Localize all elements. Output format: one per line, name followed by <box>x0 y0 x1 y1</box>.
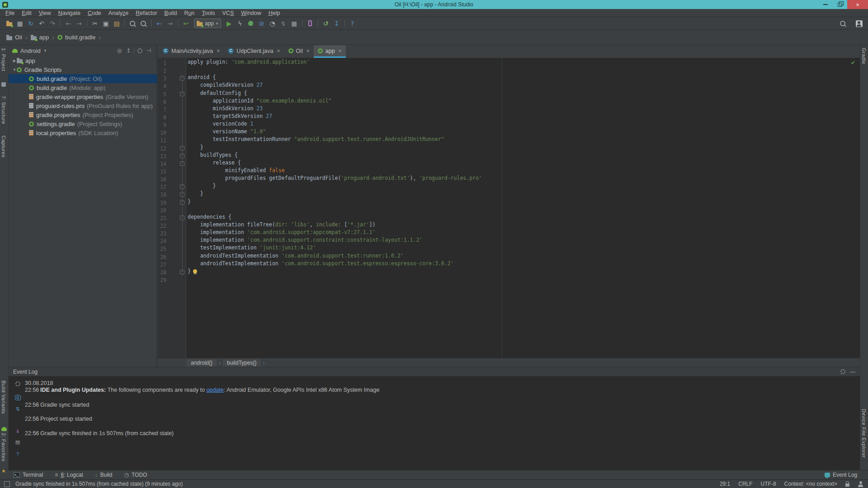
menu-run[interactable]: Run <box>180 10 198 16</box>
stop-icon[interactable]: ■ <box>289 19 300 28</box>
menu-build[interactable]: Build <box>161 10 181 16</box>
gradle-sync-icon[interactable]: ↺ <box>321 19 331 28</box>
coverage-icon[interactable]: ⊘ <box>256 19 267 28</box>
project-view-selector[interactable]: Android <box>20 47 41 54</box>
tab-app[interactable]: app× <box>314 45 346 58</box>
toolwindow-button-terminal[interactable]: >_Terminal <box>14 472 43 478</box>
replace-icon[interactable] <box>138 19 149 28</box>
cut-icon[interactable]: ✂ <box>90 19 100 28</box>
fold-marker[interactable]: − <box>180 146 184 150</box>
code-area[interactable]: apply plugin: 'com.android.application'a… <box>186 58 860 358</box>
apply-changes-icon[interactable]: ϟ <box>235 19 245 28</box>
stripe-button-7-structure[interactable]: 7: Structure <box>1 96 6 124</box>
locate-icon[interactable]: ◎ <box>115 47 124 54</box>
messages-icon[interactable]: Q <box>14 394 21 401</box>
tab-oil[interactable]: Oil× <box>284 45 314 58</box>
event-log-settings-icon[interactable] <box>840 369 845 374</box>
menu-window[interactable]: Window <box>237 10 264 16</box>
update-link[interactable]: update <box>207 387 224 393</box>
settings-icon[interactable] <box>135 48 144 53</box>
tree-row-build-gradle[interactable]: build.gradle(Project: Oil) <box>9 74 157 83</box>
toolwindow-button-build[interactable]: ↓Build <box>95 472 113 478</box>
tab-close-icon[interactable]: × <box>307 48 310 54</box>
redo-icon[interactable]: ↷ <box>47 19 58 28</box>
tab-mainactivity-java[interactable]: CMainActivity.java× <box>159 45 224 58</box>
hide-icon[interactable]: ⊣ <box>144 47 153 54</box>
tree-row-local-properties[interactable]: local.properties(SDK Location) <box>9 128 157 137</box>
stripe-button-captures[interactable]: Captures <box>1 136 6 158</box>
breadcrumb-oil[interactable]: Oil <box>6 34 22 41</box>
save-all-icon[interactable]: ▦ <box>14 19 25 28</box>
toolwindow-button-todo[interactable]: ◷TODO <box>124 472 147 478</box>
menu-refactor[interactable]: Refactor <box>132 10 160 16</box>
context-selector[interactable]: Context: <no context> <box>784 481 837 487</box>
fold-marker[interactable]: − <box>180 200 184 205</box>
code-breadcrumb-buildtypes[interactable]: buildTypes{} <box>223 359 260 366</box>
fold-marker[interactable]: − <box>180 192 184 197</box>
fold-marker[interactable]: − <box>180 154 184 158</box>
stripe-button-gradle[interactable]: Gradle <box>861 48 867 64</box>
undo-icon[interactable]: ↶ <box>36 19 47 28</box>
fold-marker[interactable]: − <box>180 92 184 96</box>
menu-edit[interactable]: Edit <box>18 10 35 16</box>
menu-file[interactable]: File <box>2 10 18 16</box>
paste-icon[interactable]: ▤ <box>111 19 122 28</box>
event-log-minimize-icon[interactable]: — <box>850 369 855 375</box>
search-everywhere-icon[interactable] <box>837 19 848 28</box>
restore-button[interactable] <box>833 0 847 9</box>
tree-row-app[interactable]: ▶app <box>9 56 157 65</box>
run-configuration-combo[interactable]: app▾ <box>194 19 221 28</box>
favorites-star-icon[interactable]: ★ <box>1 468 6 474</box>
tab-udpclient-java[interactable]: CUdpClient.java× <box>224 45 284 58</box>
line-separator-selector[interactable]: CRLF <box>738 481 752 487</box>
run-icon[interactable]: ▶ <box>224 19 235 28</box>
back-icon[interactable]: ← <box>63 19 74 28</box>
tab-close-icon[interactable]: × <box>277 48 280 54</box>
fold-marker[interactable]: − <box>180 216 184 220</box>
breadcrumb-app[interactable]: app <box>31 34 49 41</box>
menu-vcs[interactable]: VCS <box>219 10 238 16</box>
close-button[interactable]: × <box>847 0 868 9</box>
user-avatar-icon[interactable] <box>854 19 864 28</box>
collapse-all-icon[interactable]: ↥ <box>124 47 133 54</box>
status-window-icon[interactable] <box>4 481 10 487</box>
pin-icon[interactable] <box>1 80 6 89</box>
nav-back-icon[interactable]: ← <box>154 19 165 28</box>
stripe-button-2-favorites[interactable]: 2: Favorites <box>1 433 6 461</box>
tab-close-icon[interactable]: × <box>339 48 342 54</box>
chevron-expanded-icon[interactable]: ▼ <box>12 68 17 72</box>
stripe-button-build-variants[interactable]: Build Variants <box>1 380 6 414</box>
stripe-button-device-file-explorer[interactable]: Device File Explorer <box>861 409 867 458</box>
caret-position[interactable]: 29:1 <box>720 481 730 487</box>
highlighting-level-icon[interactable] <box>858 481 863 487</box>
stripe-button-1-project[interactable]: 1: Project <box>1 48 6 71</box>
fold-marker[interactable]: − <box>180 161 184 166</box>
sync-icon[interactable]: ↻ <box>25 19 36 28</box>
fold-marker[interactable]: − <box>180 184 184 189</box>
help-icon[interactable]: ? <box>14 450 21 458</box>
list-icon[interactable]: ▤ <box>14 438 21 446</box>
gradle-status-icon[interactable]: ⇅ <box>14 405 21 413</box>
android-icon[interactable] <box>1 425 7 433</box>
minimize-button[interactable] <box>818 0 833 9</box>
event-settings-icon[interactable] <box>14 380 21 387</box>
intention-bulb-icon[interactable] <box>193 269 197 273</box>
copy-icon[interactable]: ▣ <box>100 19 111 28</box>
tree-row-proguard-rules-pro[interactable]: proguard-rules.pro(ProGuard Rules for ap… <box>9 101 157 110</box>
code-breadcrumb-android[interactable]: android{} <box>187 359 217 366</box>
import-status-icon[interactable]: ⇓ <box>14 427 21 435</box>
menu-analyze[interactable]: Analyze <box>105 10 132 16</box>
toolwindow-button-event-log[interactable]: Event Log <box>825 472 857 478</box>
toolwindow-button-6-logcat[interactable]: ≡6: Logcat <box>55 472 83 478</box>
menu-view[interactable]: View <box>35 10 55 16</box>
menu-navigate[interactable]: Navigate <box>55 10 84 16</box>
attach-debugger-icon[interactable]: ↯ <box>278 19 289 28</box>
breadcrumb-build-gradle[interactable]: build.gradle <box>57 34 95 41</box>
inspection-ok-icon[interactable]: ✔ <box>851 60 855 66</box>
tab-close-icon[interactable]: × <box>217 48 220 54</box>
tree-row-build-gradle[interactable]: build.gradle(Module: app) <box>9 83 157 92</box>
forward-icon[interactable]: → <box>74 19 85 28</box>
help-icon[interactable]: ? <box>347 19 358 28</box>
encoding-selector[interactable]: UTF-8 <box>761 481 776 487</box>
fold-marker[interactable]: − <box>180 270 184 274</box>
